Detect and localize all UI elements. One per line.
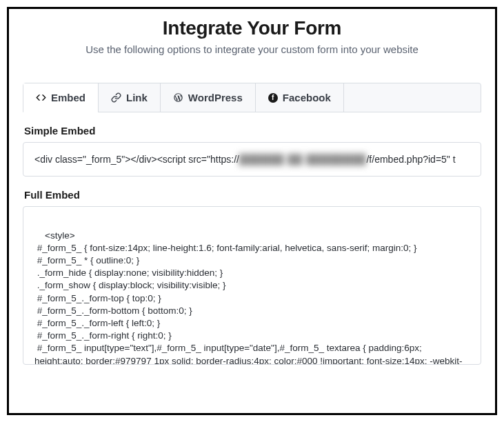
link-icon: [111, 92, 121, 103]
full-embed-code[interactable]: <style> #_form_5_ { font-size:14px; line…: [23, 206, 481, 365]
code-text: <style> #_form_5_ { font-size:14px; line…: [34, 230, 463, 365]
simple-embed-code[interactable]: <div class="_form_5"></div><script src="…: [23, 142, 481, 177]
tab-label: Embed: [51, 92, 85, 103]
resize-handle-icon[interactable]: [470, 353, 478, 361]
integration-panel: Integrate Your Form Use the following op…: [7, 7, 497, 415]
code-icon: [36, 92, 46, 103]
facebook-icon: f: [268, 93, 278, 103]
redacted-domain: ██████ ██ ████████: [239, 152, 366, 166]
tab-label: WordPress: [188, 92, 243, 103]
tab-label: Facebook: [283, 92, 331, 103]
tab-wordpress[interactable]: WordPress: [161, 83, 256, 112]
tab-embed[interactable]: Embed: [23, 83, 99, 112]
wordpress-icon: [173, 92, 183, 103]
tabs-bar: Embed Link WordPress f Facebook: [23, 83, 481, 112]
tab-facebook[interactable]: f Facebook: [256, 83, 344, 112]
full-embed-label: Full Embed: [24, 189, 481, 201]
page-subtitle: Use the following options to integrate y…: [23, 43, 481, 55]
tab-label: Link: [126, 92, 148, 103]
simple-embed-label: Simple Embed: [24, 125, 481, 137]
code-text-suffix: /f/embed.php?id=5" t: [366, 152, 455, 166]
page-title: Integrate Your Form: [23, 17, 481, 39]
tab-link[interactable]: Link: [99, 83, 161, 112]
code-text-prefix: <div class="_form_5"></div><script src="…: [34, 152, 239, 166]
